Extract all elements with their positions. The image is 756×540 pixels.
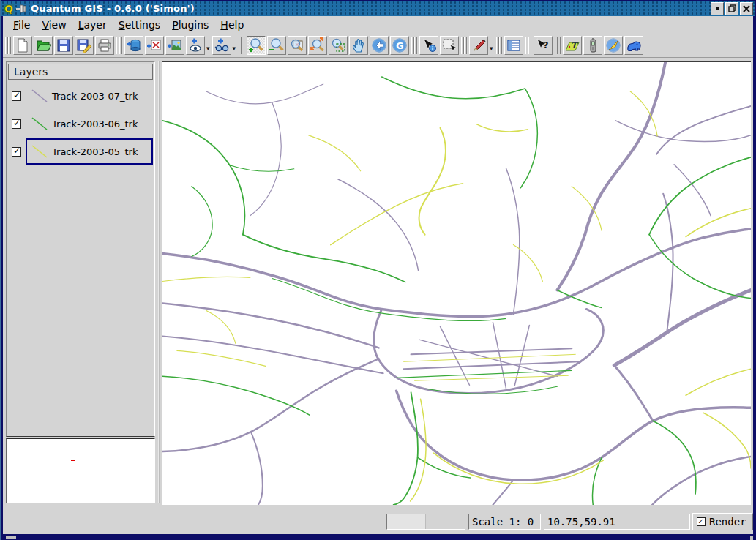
layers-panel-title: Layers [8, 64, 153, 80]
menu-file[interactable]: File [7, 18, 36, 32]
arrow-back-icon [371, 37, 387, 53]
layer-name[interactable]: Track-2003-06_trk [52, 119, 138, 130]
zoom-full-icon [289, 37, 305, 53]
print-button[interactable] [95, 36, 114, 55]
whats-this-icon: ? [535, 37, 551, 53]
print-icon [97, 37, 113, 53]
progress-bar [386, 514, 465, 530]
new-project-button[interactable] [13, 36, 32, 55]
layer-name[interactable]: Track-2003-07_trk [52, 91, 138, 102]
window-resize-grip[interactable] [6, 536, 16, 539]
blue-elephant-icon [626, 37, 642, 53]
open-attribute-table-button[interactable] [504, 36, 523, 55]
mapserver-export-button[interactable] [624, 36, 643, 55]
database-layer-icon [126, 37, 142, 53]
toolbar-handle[interactable] [5, 36, 11, 55]
menu-view[interactable]: View [36, 18, 72, 32]
add-postgis-layer-button[interactable] [124, 36, 143, 55]
layer-row-track-2003-05[interactable]: Track-2003-05_trk [8, 138, 153, 165]
dropdown-arrow-icon[interactable]: ▾ [206, 45, 210, 52]
zoom-previous-button[interactable] [370, 36, 389, 55]
toolbar-handle[interactable] [496, 36, 502, 55]
minimize-button[interactable] [711, 2, 724, 15]
add-wms-layer-button[interactable] [212, 36, 231, 55]
layer-row-track-2003-07[interactable]: Track-2003-07_trk [8, 82, 153, 110]
identify-features-button[interactable]: i [419, 36, 438, 55]
layer-row-track-2003-06[interactable]: Track-2003-06_trk [8, 110, 153, 138]
capture-line-button[interactable] [469, 36, 488, 55]
application-frame: File View Layer Settings Plugins Help [3, 16, 753, 534]
toolbar-handle[interactable] [525, 36, 531, 55]
whats-this-button[interactable]: ? [534, 36, 553, 55]
toolbar-handle[interactable] [239, 36, 244, 55]
map-canvas[interactable] [162, 61, 751, 505]
toolbar-handle[interactable] [411, 36, 417, 55]
new-vector-layer-button[interactable] [186, 36, 205, 55]
layer-visibility-checkbox[interactable] [12, 91, 21, 101]
qgis-logo-icon: Q [4, 3, 15, 15]
eye-layer-icon [187, 37, 203, 53]
layer-visibility-checkbox[interactable] [12, 119, 21, 129]
close-button[interactable] [740, 2, 753, 15]
add-raster-layer-button[interactable] [165, 36, 184, 55]
zoom-out-button[interactable] [267, 36, 286, 55]
zoom-out-icon [269, 37, 285, 53]
save-project-button[interactable] [54, 36, 73, 55]
compass-icon [605, 37, 621, 53]
dropdown-arrow-icon[interactable]: ▾ [233, 45, 236, 52]
toolbar-handle[interactable] [116, 36, 122, 55]
coordinate-display: 10.75,59.91 [544, 514, 690, 530]
window-resize-grip[interactable] [750, 536, 753, 540]
svg-text:Q: Q [4, 3, 13, 15]
dropdown-arrow-icon[interactable]: ▾ [490, 45, 493, 52]
layer-visibility-checkbox[interactable] [12, 147, 21, 157]
layer-name[interactable]: Track-2003-05_trk [52, 146, 138, 157]
zoom-to-selection-button[interactable] [329, 36, 348, 55]
scale-indicator: Scale 1: 0 [468, 514, 541, 530]
maximize-button[interactable] [725, 2, 738, 15]
select-features-button[interactable] [440, 36, 459, 55]
north-arrow-button[interactable] [604, 36, 623, 55]
save-project-as-button[interactable] [75, 36, 94, 55]
maximize-icon [728, 4, 736, 12]
svg-text:?: ? [543, 40, 549, 50]
pushpin-icon [15, 4, 27, 13]
toolbar-handle[interactable] [555, 36, 561, 55]
gps-tools-button[interactable] [583, 36, 602, 55]
add-labels-button[interactable]: T [563, 36, 582, 55]
new-file-icon [15, 37, 31, 53]
save-icon [56, 37, 72, 53]
identify-icon: i [421, 37, 437, 53]
open-project-button[interactable] [34, 36, 53, 55]
toolbar: ▾ ▾ [3, 33, 753, 58]
refresh-map-button[interactable]: G [390, 36, 409, 55]
add-vector-layer-button[interactable] [145, 36, 164, 55]
toolbar-handle[interactable] [461, 36, 467, 55]
zoom-full-extent-button[interactable] [288, 36, 307, 55]
menu-help[interactable]: Help [214, 18, 250, 32]
menu-plugins[interactable]: Plugins [166, 18, 214, 32]
menu-settings[interactable]: Settings [113, 18, 166, 32]
window-border [0, 0, 1, 540]
menu-layer[interactable]: Layer [72, 18, 113, 32]
render-checkbox[interactable] [697, 517, 706, 526]
zoom-in-icon [248, 37, 264, 53]
pencil-icon [471, 37, 487, 53]
zoom-in-button[interactable] [247, 36, 266, 55]
map-overview-panel[interactable] [6, 438, 155, 503]
layer-symbol-line [27, 87, 52, 105]
attribute-table-icon [506, 37, 522, 53]
zoom-last-extent-button[interactable] [308, 36, 327, 55]
close-icon [743, 5, 750, 12]
vector-layer-icon [146, 37, 162, 53]
pan-map-button[interactable] [349, 36, 368, 55]
zoom-last-icon [310, 37, 326, 53]
render-toggle[interactable]: Render [692, 513, 753, 530]
minimize-icon [714, 5, 721, 12]
titlebar[interactable]: Q Quantum GIS - 0.6.0 ('Simon') [1, 1, 755, 16]
refresh-icon: G [392, 37, 408, 53]
main-area: Layers Track-2003-07_trk Track-2003-06_t… [3, 58, 753, 505]
layers-panel: Layers Track-2003-07_trk Track-2003-06_t… [6, 61, 155, 437]
panel-splitter[interactable] [156, 61, 162, 503]
statusbar: Scale 1: 0 10.75,59.91 Render [3, 511, 753, 534]
